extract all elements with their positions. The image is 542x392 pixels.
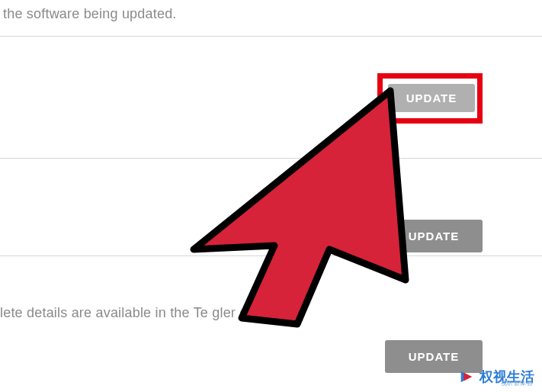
section-update-2: UPDATE: [0, 159, 542, 256]
section-top: the software being updated.: [0, 0, 542, 37]
watermark-subtext: 视听新体验: [501, 379, 534, 387]
watermark: 权视生活 视听新体验: [458, 368, 534, 386]
watermark-logo-icon: [458, 368, 475, 385]
description-text-2: lete details are available in the Te gle…: [0, 305, 270, 321]
update-button-2[interactable]: UPDATE: [385, 220, 483, 252]
description-text-1: the software being updated.: [3, 6, 177, 21]
section-update-1: UPDATE: [0, 37, 542, 159]
highlight-box: [377, 73, 483, 124]
